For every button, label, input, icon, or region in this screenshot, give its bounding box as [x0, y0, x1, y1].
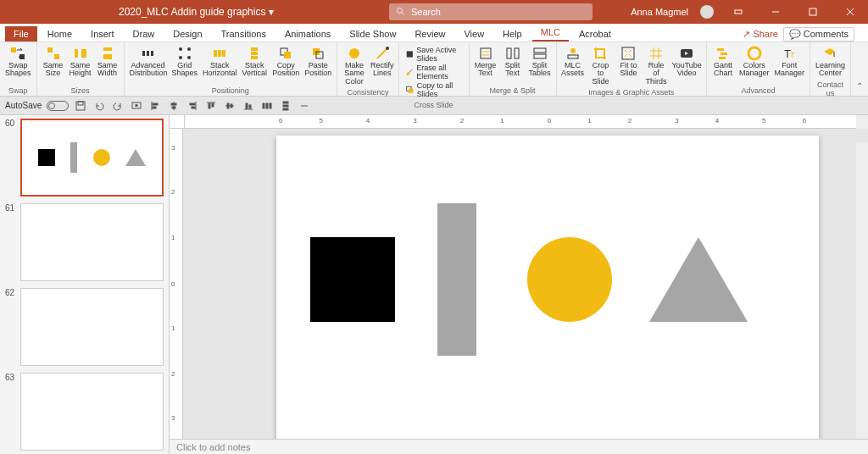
- slide-thumb-63[interactable]: [20, 373, 164, 451]
- align-middle-v-icon[interactable]: [223, 99, 236, 113]
- ribbon-options-icon[interactable]: [726, 0, 751, 24]
- square-shape[interactable]: [310, 237, 395, 322]
- ruler-tick: 6: [279, 117, 282, 125]
- slide-panel[interactable]: 60 61 62 63: [0, 115, 170, 454]
- save-icon: [406, 49, 414, 59]
- rule-of-thirds-button[interactable]: Rule ofThirds: [643, 44, 669, 87]
- rectangle-shape[interactable]: [437, 203, 476, 356]
- tab-insert[interactable]: Insert: [82, 26, 123, 42]
- thumb-row-62[interactable]: 62: [5, 288, 164, 366]
- same-size-button[interactable]: SameSize: [41, 44, 66, 80]
- youtube-video-button[interactable]: YouTubeVideo: [670, 44, 702, 80]
- group-label-swap: Swap: [3, 86, 33, 95]
- undo-icon[interactable]: [92, 99, 106, 113]
- align-top-icon[interactable]: [204, 99, 218, 113]
- font-manager-button[interactable]: TTFontManager: [772, 44, 806, 80]
- same-height-button[interactable]: SameHeight: [68, 44, 93, 80]
- same-size-label: SameSize: [43, 62, 64, 78]
- fit-icon: [620, 46, 636, 61]
- slide-canvas[interactable]: [276, 136, 819, 439]
- svg-rect-16: [147, 51, 149, 56]
- colors-manager-button[interactable]: ColorsManager: [737, 44, 771, 80]
- tab-draw[interactable]: Draw: [125, 26, 164, 42]
- ruler-tick: 0: [171, 280, 175, 288]
- thumb-row-63[interactable]: 63: [5, 373, 164, 451]
- rectify-lines-button[interactable]: RectifyLines: [370, 44, 395, 80]
- align-left-icon[interactable]: [148, 99, 162, 113]
- learning-center-button[interactable]: LearningCenter: [814, 44, 847, 80]
- gantt-chart-button[interactable]: GanttChart: [710, 44, 736, 80]
- comments-button[interactable]: 💬 Comments: [783, 27, 854, 42]
- fit-to-slide-button[interactable]: Fit toSlide: [615, 44, 641, 80]
- user-name[interactable]: Anna Magmel: [631, 7, 688, 17]
- save-icon[interactable]: [74, 99, 87, 113]
- same-width-icon: [100, 46, 115, 61]
- align-right-icon[interactable]: [186, 99, 199, 113]
- tab-file[interactable]: File: [5, 26, 37, 42]
- merge-text-button[interactable]: MergeText: [473, 44, 498, 80]
- triangle-shape[interactable]: [649, 237, 748, 322]
- ribbon-collapse-button[interactable]: ⌃: [851, 42, 868, 96]
- slide-thumb-61[interactable]: [20, 203, 164, 281]
- minimize-icon[interactable]: [763, 0, 788, 24]
- close-icon[interactable]: [837, 0, 863, 24]
- ruler-horizontal[interactable]: 6 5 4 3 2 1 0 1 2 3 4 5 6: [185, 115, 856, 129]
- align-center-h-icon[interactable]: [167, 99, 181, 113]
- distribute-v-icon[interactable]: [279, 99, 292, 113]
- tab-transitions[interactable]: Transitions: [213, 26, 275, 42]
- slide-thumb-60[interactable]: [20, 119, 164, 197]
- group-label-cross-slide: Cross Slide: [403, 100, 465, 109]
- tab-help[interactable]: Help: [494, 26, 531, 42]
- crop-to-slide-button[interactable]: Crop toSlide: [587, 44, 615, 87]
- svg-rect-83: [246, 103, 248, 108]
- distribute-h-icon[interactable]: [260, 99, 274, 113]
- notes-bar[interactable]: Click to add notes: [170, 439, 868, 454]
- quick-more-icon[interactable]: [298, 99, 311, 113]
- mini-shapes: [22, 120, 162, 195]
- svg-rect-89: [283, 105, 288, 107]
- stack-horizontal-button[interactable]: StackHorizontal: [201, 44, 239, 80]
- split-text-button[interactable]: SplitText: [500, 44, 526, 80]
- tab-home[interactable]: Home: [39, 26, 81, 42]
- grid-shapes-button[interactable]: GridShapes: [170, 44, 200, 80]
- autosave-toggle[interactable]: [47, 101, 69, 111]
- thumb-row-60[interactable]: 60: [5, 119, 164, 197]
- svg-line-33: [377, 48, 387, 58]
- align-bottom-icon[interactable]: [242, 99, 255, 113]
- same-height-label: SameHeight: [70, 62, 92, 78]
- copy-to-all-slides-button[interactable]: Copy to all Slides: [406, 81, 462, 98]
- erase-all-elements-button[interactable]: Erase all Elements: [406, 64, 462, 80]
- save-active-slides-button[interactable]: Save Active Slides: [406, 46, 462, 63]
- stack-vertical-button[interactable]: StackVertical: [241, 44, 270, 80]
- same-width-button[interactable]: SameWidth: [95, 44, 120, 80]
- search-box[interactable]: Search: [389, 3, 593, 20]
- tab-animations[interactable]: Animations: [276, 26, 339, 42]
- tab-review[interactable]: Review: [406, 26, 453, 42]
- redo-icon[interactable]: [111, 99, 125, 113]
- tab-acrobat[interactable]: Acrobat: [570, 26, 620, 42]
- advanced-distribution-button[interactable]: AdvancedDistribution: [128, 44, 169, 80]
- vertical-scrollbar[interactable]: [856, 142, 868, 439]
- mlc-assets-button[interactable]: MLCAssets: [560, 44, 586, 80]
- tab-slideshow[interactable]: Slide Show: [341, 26, 404, 42]
- slide-thumb-62[interactable]: [20, 288, 164, 366]
- avatar[interactable]: [700, 5, 714, 19]
- tab-view[interactable]: View: [455, 26, 492, 42]
- ruler-vertical[interactable]: 3 2 1 0 1 2 3: [170, 129, 183, 439]
- split-tables-button[interactable]: SplitTables: [527, 44, 553, 80]
- make-same-color-button[interactable]: MakeSame Color: [341, 44, 368, 87]
- copy-position-button[interactable]: CopyPosition: [270, 44, 301, 80]
- maximize-icon[interactable]: [800, 0, 826, 24]
- circle-shape[interactable]: [527, 237, 612, 322]
- file-name[interactable]: 2020_MLC Addin guide graphics ▾: [119, 6, 274, 18]
- learning-center-icon: [822, 46, 837, 61]
- canvas-area[interactable]: [183, 129, 868, 439]
- share-button[interactable]: ↗ Share: [743, 29, 777, 40]
- tab-mlc[interactable]: MLC: [532, 25, 569, 42]
- svg-rect-42: [507, 48, 511, 58]
- swap-shapes-button[interactable]: SwapShapes: [3, 44, 33, 80]
- start-from-beginning-icon[interactable]: [130, 99, 143, 113]
- thumb-row-61[interactable]: 61: [5, 203, 164, 281]
- tab-design[interactable]: Design: [164, 26, 210, 42]
- paste-position-button[interactable]: PastePosition: [303, 44, 333, 80]
